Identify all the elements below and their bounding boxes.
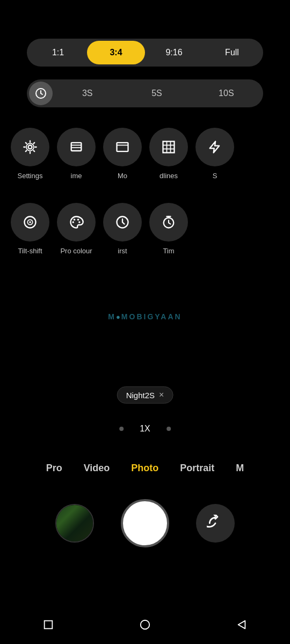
mode-tiltshift-label: Tilt-shift bbox=[18, 247, 42, 255]
flip-icon bbox=[207, 515, 224, 532]
mode-slow[interactable]: S bbox=[195, 128, 234, 180]
mode-timer-label: Tim bbox=[163, 247, 174, 255]
mode-gridlines[interactable]: dlines bbox=[149, 128, 188, 180]
tab-photo[interactable]: Photo bbox=[120, 456, 169, 480]
tab-portrait[interactable]: Portrait bbox=[169, 456, 225, 480]
aspect-btn-full[interactable]: Full bbox=[203, 41, 261, 64]
recents-icon bbox=[236, 619, 248, 631]
svg-point-21 bbox=[78, 221, 81, 223]
firsttim-icon-circle bbox=[103, 203, 142, 241]
nav-back-btn[interactable] bbox=[40, 616, 57, 633]
mode-firsttim-label: irst bbox=[118, 247, 127, 255]
svg-point-4 bbox=[26, 143, 34, 151]
svg-rect-5 bbox=[71, 143, 82, 151]
shutter-button[interactable] bbox=[121, 499, 169, 547]
watermark: M●MOBIGYAAN bbox=[108, 312, 182, 321]
tab-video[interactable]: Video bbox=[73, 456, 121, 480]
tab-pro[interactable]: Pro bbox=[35, 456, 73, 480]
svg-point-18 bbox=[72, 221, 74, 223]
zoom-dot-right[interactable] bbox=[166, 427, 171, 431]
svg-point-17 bbox=[29, 221, 31, 223]
mode-more-label: Mo bbox=[118, 172, 127, 180]
more-icon-circle bbox=[103, 128, 142, 166]
back-icon bbox=[42, 619, 54, 631]
svg-point-19 bbox=[74, 219, 76, 221]
timer-mode-icon-circle bbox=[149, 203, 188, 241]
home-icon bbox=[139, 619, 151, 631]
gridlines-icon-circle bbox=[149, 128, 188, 166]
svg-line-2 bbox=[41, 93, 42, 94]
mode-settings[interactable]: Settings bbox=[11, 128, 49, 180]
timer-btn-10s[interactable]: 10S bbox=[192, 82, 261, 105]
modes-row-2: Tilt-shift Pro colour irst bbox=[11, 203, 290, 255]
night-badge: Night2S × bbox=[117, 386, 173, 404]
zoom-row: 1X bbox=[119, 424, 171, 434]
gallery-thumbnail[interactable] bbox=[55, 504, 94, 543]
mode-tabs: Pro Video Photo Portrait M bbox=[0, 456, 290, 480]
settings-icon-circle bbox=[11, 128, 49, 166]
zoom-dot-left[interactable] bbox=[119, 427, 124, 431]
mode-more[interactable]: Mo bbox=[103, 128, 142, 180]
mode-scene[interactable]: ime bbox=[57, 128, 96, 180]
gallery-thumb-image bbox=[56, 505, 93, 541]
aspect-ratio-bar: 1:1 3:4 9:16 Full bbox=[27, 39, 263, 67]
nav-recents-btn[interactable] bbox=[233, 616, 250, 633]
aspect-btn-9-16[interactable]: 9:16 bbox=[145, 41, 203, 64]
mode-settings-label: Settings bbox=[18, 172, 43, 180]
svg-point-3 bbox=[28, 145, 32, 149]
mode-timer[interactable]: Tim bbox=[149, 203, 188, 255]
night-badge-text: Night2S bbox=[126, 391, 155, 400]
mode-slow-label: S bbox=[213, 172, 218, 180]
svg-point-20 bbox=[77, 219, 79, 221]
nav-bar bbox=[0, 605, 290, 644]
night-badge-close-btn[interactable]: × bbox=[159, 390, 164, 400]
mode-firsttim[interactable]: irst bbox=[103, 203, 142, 255]
camera-controls bbox=[0, 499, 290, 547]
svg-point-27 bbox=[141, 620, 150, 630]
slow-icon-circle bbox=[195, 128, 234, 166]
mode-scene-label: ime bbox=[71, 172, 82, 180]
camera-flip-button[interactable] bbox=[196, 504, 235, 543]
mode-gridlines-label: dlines bbox=[160, 172, 178, 180]
timer-clock-icon[interactable] bbox=[29, 82, 53, 105]
mode-tiltshift[interactable]: Tilt-shift bbox=[11, 203, 49, 255]
mode-procolor[interactable]: Pro colour bbox=[57, 203, 96, 255]
svg-rect-10 bbox=[163, 142, 175, 153]
mode-procolor-label: Pro colour bbox=[60, 247, 92, 255]
scene-icon-circle bbox=[57, 128, 96, 166]
modes-row-1: Settings ime Mo bbox=[11, 128, 290, 180]
tab-more[interactable]: M bbox=[225, 456, 255, 480]
svg-rect-8 bbox=[117, 143, 128, 151]
procolor-icon-circle bbox=[57, 203, 96, 241]
tiltshift-icon-circle bbox=[11, 203, 49, 241]
svg-rect-26 bbox=[45, 621, 53, 629]
timer-btn-5s[interactable]: 5S bbox=[122, 82, 191, 105]
timer-btn-3s[interactable]: 3S bbox=[53, 82, 122, 105]
aspect-btn-3-4[interactable]: 3:4 bbox=[87, 41, 145, 64]
timer-bar: 3S 5S 10S bbox=[27, 79, 263, 107]
zoom-value[interactable]: 1X bbox=[140, 424, 150, 434]
aspect-btn-1-1[interactable]: 1:1 bbox=[29, 41, 87, 64]
nav-home-btn[interactable] bbox=[136, 616, 154, 633]
